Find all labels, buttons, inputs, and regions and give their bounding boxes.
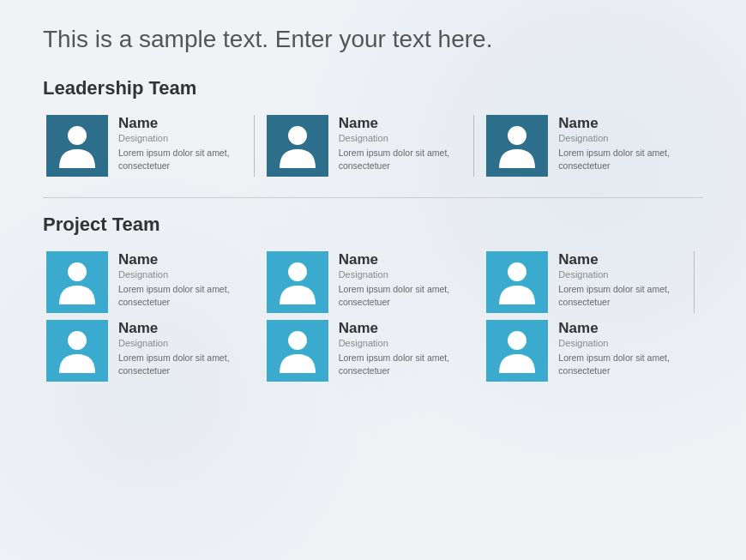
proj-member-name-6: Name (558, 320, 689, 337)
proj-avatar-2 (267, 251, 328, 313)
svg-point-8 (508, 331, 526, 350)
proj-person-icon-1 (56, 260, 99, 304)
svg-point-7 (288, 331, 307, 350)
proj-member-designation-4: Designation (118, 338, 250, 348)
proj-avatar-4 (46, 320, 108, 382)
member-info-2: Name Designation Lorem ipsum dolor sit a… (339, 115, 466, 172)
leadership-member-2: Name Designation Lorem ipsum dolor sit a… (263, 115, 484, 177)
project-member-5: Name Designation Lorem ipsum dolor sit a… (263, 320, 484, 382)
proj-member-name-1: Name (118, 251, 250, 268)
avatar-2 (267, 115, 328, 177)
proj-member-designation-3: Designation (558, 269, 689, 280)
svg-point-1 (288, 126, 307, 145)
person-icon-2 (276, 123, 319, 168)
member-designation-1: Designation (118, 133, 246, 143)
proj-person-icon-2 (276, 260, 319, 304)
member-info-1: Name Designation Lorem ipsum dolor sit a… (118, 115, 246, 172)
proj-member-info-5: Name Designation Lorem ipsum dolor sit a… (339, 320, 470, 376)
leadership-section: Leadership Team Name Designation Lorem i… (43, 77, 703, 177)
svg-point-3 (68, 262, 87, 281)
project-grid: Name Designation Lorem ipsum dolor sit a… (43, 251, 703, 382)
person-icon-3 (496, 123, 538, 168)
proj-member-info-3: Name Designation Lorem ipsum dolor sit a… (558, 251, 689, 308)
proj-member-designation-1: Designation (118, 269, 250, 280)
proj-person-icon-3 (496, 260, 538, 304)
project-section: Project Team Name Designation Lorem ipsu… (43, 214, 703, 382)
proj-member-info-4: Name Designation Lorem ipsum dolor sit a… (118, 320, 250, 376)
project-title: Project Team (43, 214, 703, 236)
slide-container: This is a sample text. Enter your text h… (0, 0, 746, 428)
proj-member-info-1: Name Designation Lorem ipsum dolor sit a… (118, 251, 250, 308)
proj-member-description-4: Lorem ipsum dolor sit amet, consectetuer (118, 352, 250, 376)
proj-member-name-3: Name (558, 251, 689, 268)
section-divider (43, 197, 703, 198)
proj-avatar-3 (486, 251, 548, 313)
proj-person-icon-5 (276, 328, 319, 373)
avatar-1 (46, 115, 108, 177)
leadership-member-1: Name Designation Lorem ipsum dolor sit a… (43, 115, 263, 177)
proj-member-info-2: Name Designation Lorem ipsum dolor sit a… (339, 251, 470, 308)
main-title: This is a sample text. Enter your text h… (43, 26, 703, 53)
svg-point-5 (508, 262, 526, 281)
member-description-2: Lorem ipsum dolor sit amet, consectetuer (339, 147, 466, 172)
proj-member-designation-6: Designation (558, 338, 689, 348)
proj-avatar-5 (267, 320, 328, 382)
leadership-title: Leadership Team (43, 77, 703, 99)
proj-member-name-5: Name (339, 320, 470, 337)
proj-member-designation-5: Designation (339, 338, 470, 348)
avatar-3 (486, 115, 548, 177)
svg-point-6 (68, 331, 87, 350)
svg-point-2 (508, 126, 526, 145)
project-member-3: Name Designation Lorem ipsum dolor sit a… (483, 251, 703, 313)
proj-member-description-6: Lorem ipsum dolor sit amet, consectetuer (558, 352, 689, 376)
proj-member-description-5: Lorem ipsum dolor sit amet, consectetuer (339, 352, 470, 376)
project-member-1: Name Designation Lorem ipsum dolor sit a… (43, 251, 263, 313)
project-member-6: Name Designation Lorem ipsum dolor sit a… (483, 320, 703, 382)
proj-person-icon-6 (496, 328, 538, 373)
member-designation-3: Designation (558, 133, 686, 143)
member-name-1: Name (118, 115, 246, 132)
proj-person-icon-4 (56, 328, 99, 373)
member-info-3: Name Designation Lorem ipsum dolor sit a… (558, 115, 686, 172)
proj-avatar-6 (486, 320, 548, 382)
proj-member-description-3: Lorem ipsum dolor sit amet, consectetuer (558, 283, 689, 308)
svg-point-0 (68, 126, 87, 145)
svg-point-4 (288, 262, 307, 281)
proj-member-designation-2: Designation (339, 269, 470, 280)
proj-member-name-4: Name (118, 320, 250, 337)
project-member-4: Name Designation Lorem ipsum dolor sit a… (43, 320, 263, 382)
proj-member-info-6: Name Designation Lorem ipsum dolor sit a… (558, 320, 689, 376)
leadership-member-3: Name Designation Lorem ipsum dolor sit a… (483, 115, 703, 177)
proj-member-description-1: Lorem ipsum dolor sit amet, consectetuer (118, 283, 250, 308)
person-icon-1 (56, 123, 99, 168)
proj-avatar-1 (46, 251, 108, 313)
member-name-2: Name (339, 115, 466, 132)
leadership-grid: Name Designation Lorem ipsum dolor sit a… (43, 115, 703, 177)
member-name-3: Name (558, 115, 686, 132)
member-description-3: Lorem ipsum dolor sit amet, consectetuer (558, 147, 686, 172)
proj-member-description-2: Lorem ipsum dolor sit amet, consectetuer (339, 283, 470, 308)
project-member-2: Name Designation Lorem ipsum dolor sit a… (263, 251, 484, 313)
member-description-1: Lorem ipsum dolor sit amet, consectetuer (118, 147, 246, 172)
proj-member-name-2: Name (339, 251, 470, 268)
member-designation-2: Designation (339, 133, 466, 143)
